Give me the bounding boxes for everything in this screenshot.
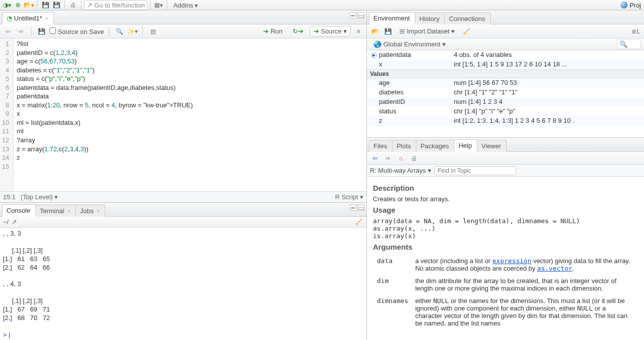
code-editor[interactable]: 123456789101112131415 ?list patientID = … (0, 38, 366, 191)
maximize-icon[interactable]: ▭ (357, 12, 364, 18)
source-button[interactable]: ➔Source ▾ (310, 26, 350, 36)
language-indicator[interactable]: R Script ▾ (335, 193, 363, 201)
main-toolbar: ◑▾ ⊕ 📂▾ 💾 💾 🖨 ↗ Go to file/function ▦▾ A… (0, 0, 644, 10)
close-icon[interactable]: × (67, 208, 70, 214)
console-path: ~/ (3, 218, 8, 226)
tab-jobs[interactable]: Jobs× (75, 205, 105, 217)
tab-viewer[interactable]: Viewer (477, 140, 507, 152)
env-value-row[interactable]: diabeteschr [1:4] "1" "2" "1" "1" (367, 88, 644, 97)
env-value-row[interactable]: agenum [1:4] 56 67 70 53 (367, 78, 644, 88)
console-prompt[interactable]: > (3, 331, 8, 339)
help-link[interactable]: as.vector (537, 265, 572, 272)
tab-connections[interactable]: Connections (444, 12, 490, 24)
help-forward-icon[interactable]: ⇨ (383, 153, 393, 163)
addins-menu[interactable]: Addins ▾ (173, 1, 198, 9)
close-icon[interactable]: × (97, 208, 100, 214)
notebook-icon[interactable]: ▤ (148, 26, 158, 36)
env-value-row[interactable]: zint [1:2, 1:3, 1:4, 1:3] 1 2 3 4 5 6 7 … (367, 116, 644, 126)
maximize-icon[interactable]: ▭ (357, 205, 364, 211)
globe-icon: 🌏 (373, 40, 381, 48)
env-toolbar-1: 📂 💾 ⊞Import Dataset ▾ 🧹 ≣ L (367, 24, 644, 38)
env-value-row[interactable]: statuschr [1:4] "p" "i" "e" "p" (367, 107, 644, 116)
help-arguments-table: dataa vector (including a list or expres… (373, 254, 638, 330)
help-arg-row: dataa vector (including a list or expres… (374, 255, 637, 274)
minimize-icon[interactable]: ━ (349, 205, 356, 211)
tab-environment[interactable]: Environment (369, 12, 415, 24)
help-home-icon[interactable]: ⌂ (396, 153, 406, 163)
find-icon[interactable]: 🔍 (114, 26, 124, 36)
open-file-icon[interactable]: 📂▾ (24, 0, 34, 10)
import-dataset-button[interactable]: ⊞Import Dataset ▾ (396, 26, 458, 36)
help-back-icon[interactable]: ⇦ (370, 153, 380, 163)
tab-plots[interactable]: Plots (392, 140, 416, 152)
env-section-values: Values (367, 69, 644, 78)
console-tabbar: Console Terminal× Jobs× ━▭ (0, 203, 366, 217)
tab-files[interactable]: Files (369, 140, 392, 152)
clear-env-icon[interactable]: 🧹 (461, 26, 471, 36)
clear-console-icon[interactable]: 🧹 (353, 217, 363, 227)
tab-terminal[interactable]: Terminal× (35, 205, 76, 217)
rscript-icon: ◔ (6, 14, 12, 22)
env-data-row[interactable]: xint [1:5, 1:4] 1 5 9 13 17 2 6 10 14 18… (367, 60, 644, 69)
help-tabbar: Files Plots Packages Help Viewer (367, 138, 644, 152)
help-usage-code: array(data = NA, dim = length(data), dim… (373, 217, 638, 240)
project-menu[interactable]: Proj (621, 1, 642, 9)
tab-help[interactable]: Help (454, 139, 477, 152)
rerun-button[interactable]: ↻➔ (289, 26, 307, 36)
help-heading-usage: Usage (373, 206, 638, 214)
list-view-icon[interactable]: ≣ L (631, 26, 641, 36)
help-heading-description: Description (373, 184, 638, 192)
goto-placeholder: Go to file/function (94, 1, 145, 9)
env-scope-selector[interactable]: 🌏Global Environment ▾ (370, 39, 449, 49)
tab-packages[interactable]: Packages (416, 140, 454, 152)
help-nav-toolbar: ⇦ ⇨ ⌂ 🖨 (367, 152, 644, 165)
separator (81, 0, 81, 9)
tab-history[interactable]: History (415, 12, 445, 24)
save-icon[interactable]: 💾 (40, 0, 50, 10)
source-on-save-checkbox[interactable]: Source on Save (49, 27, 104, 35)
save-workspace-icon[interactable]: 💾 (383, 26, 393, 36)
wand-icon[interactable]: ✨▾ (127, 26, 137, 36)
back-icon[interactable]: ⇦ (3, 26, 13, 36)
help-heading-arguments: Arguments (373, 243, 638, 251)
scope-indicator[interactable]: (Top Level) ▾ (20, 193, 58, 201)
new-file-icon[interactable]: ◑▾ (2, 0, 12, 10)
print-icon[interactable]: 🖨 (68, 0, 78, 10)
console-toolbar: ~/ ⇗ 🧹 (0, 217, 366, 228)
env-search-input[interactable] (617, 39, 641, 49)
save-source-icon[interactable]: 💾 (36, 26, 46, 36)
outline-icon[interactable]: ≡ (353, 26, 363, 36)
help-arg-row: dimnameseither NULL or the names for the… (374, 295, 637, 329)
help-arg-row: dimthe dim attribute for the array to be… (374, 275, 637, 294)
load-workspace-icon[interactable]: 📂 (370, 26, 380, 36)
expand-icon[interactable]: ▶ (371, 52, 377, 58)
help-content[interactable]: Description Creates or tests for arrays.… (367, 177, 644, 340)
goto-file-input[interactable]: ↗ Go to file/function (84, 0, 147, 10)
env-value-row[interactable]: patientIDnum [1:4] 1 2 3 4 (367, 97, 644, 107)
code-content[interactable]: ?list patientID = c(1,2,3,4) age = c(56,… (13, 38, 366, 191)
new-project-icon[interactable]: ⊕ (13, 0, 23, 10)
forward-icon[interactable]: ⇨ (16, 26, 26, 36)
source-statusbar: 15:1 (Top Level) ▾ R Script ▾ (0, 191, 366, 202)
console-branch-icon[interactable]: ⇗ (11, 218, 17, 226)
help-breadcrumb[interactable]: R: Multi-way Arrays ▾ (370, 167, 431, 174)
source-arrow-icon: ➔ (314, 27, 319, 35)
source-toolbar: ⇦ ⇨ 💾 Source on Save 🔍 ✨▾ ▤ ➔Run ↻➔ ➔Sou… (0, 24, 366, 38)
console-pane: Console Terminal× Jobs× ━▭ ~/ ⇗ 🧹 , , 3,… (0, 203, 366, 340)
save-all-icon[interactable]: 💾 (51, 0, 61, 10)
separator (150, 0, 151, 9)
grid-icon[interactable]: ▦▾ (154, 0, 164, 10)
source-tab-title: Untitled1* (14, 14, 42, 22)
env-data-row[interactable]: ▶patientdata4 obs. of 4 variables (367, 50, 644, 60)
goto-arrow-icon: ↗ (87, 1, 92, 9)
tab-console[interactable]: Console (2, 204, 36, 217)
help-link[interactable]: expression (492, 257, 531, 265)
source-tab[interactable]: ◔ Untitled1* × (2, 12, 54, 24)
env-toolbar-2: 🌏Global Environment ▾ (367, 38, 644, 50)
minimize-icon[interactable]: ━ (349, 12, 356, 18)
close-tab-icon[interactable]: × (45, 15, 48, 21)
run-button[interactable]: ➔Run (260, 26, 286, 36)
console-output[interactable]: , , 3, 3 [,1] [,2] [,3] [1,] 61 63 65 [2… (0, 228, 366, 340)
find-in-topic-input[interactable] (434, 166, 516, 175)
help-print-icon[interactable]: 🖨 (409, 153, 419, 163)
